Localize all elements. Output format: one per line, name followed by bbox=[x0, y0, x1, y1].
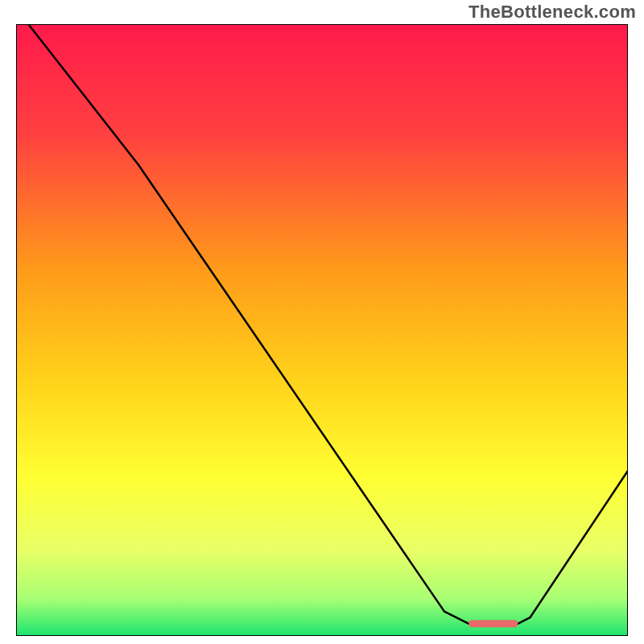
plot-svg bbox=[16, 24, 628, 636]
gradient-background bbox=[16, 24, 628, 636]
chart-container: TheBottleneck.com bbox=[0, 0, 644, 644]
plot-frame bbox=[16, 24, 628, 636]
optimal-range-marker bbox=[469, 620, 518, 627]
watermark-text: TheBottleneck.com bbox=[469, 2, 636, 23]
